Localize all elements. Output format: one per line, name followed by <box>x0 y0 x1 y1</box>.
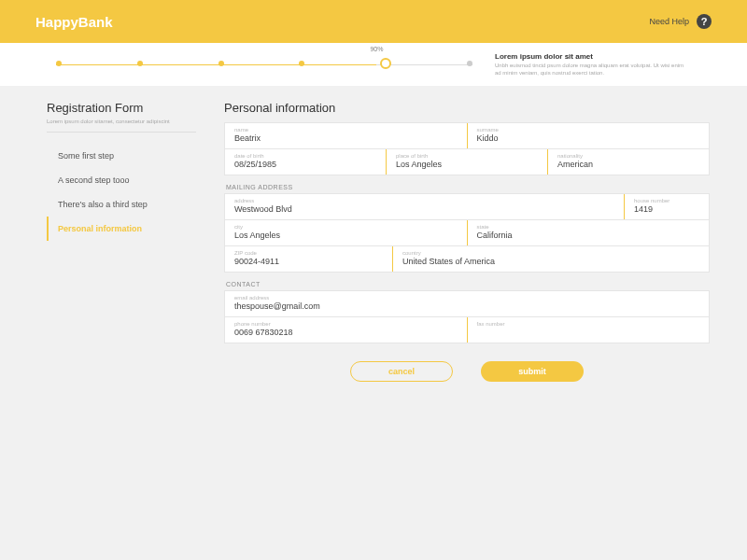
progress-text: Lorem ipsum dolor sit amet Unbh euismod … <box>495 52 691 77</box>
sidebar: Registration Form Lorem ipsum dolor sita… <box>47 101 196 382</box>
sidebar-step-1[interactable]: Some first step <box>47 144 196 168</box>
help-label: Need Help <box>649 17 689 26</box>
name-field[interactable]: name Beatrix <box>225 123 468 148</box>
zip-field[interactable]: ZIP code 90024-4911 <box>225 246 393 272</box>
city-field[interactable]: city Los Angeles <box>225 220 468 245</box>
fax-field[interactable]: fax number <box>468 317 710 343</box>
help-link[interactable]: Need Help ? <box>649 14 712 29</box>
help-icon: ? <box>697 14 712 29</box>
state-field[interactable]: state California <box>468 220 710 245</box>
progress-percent: 90% <box>370 46 383 52</box>
form-content: Personal information name Beatrix surnam… <box>224 101 710 382</box>
cancel-button[interactable]: cancel <box>350 361 453 382</box>
progress-dot <box>56 61 62 66</box>
country-field[interactable]: country United States of America <box>393 246 709 272</box>
progress-dot <box>299 61 304 66</box>
surname-field[interactable]: surname Kiddo <box>468 123 710 148</box>
phone-field[interactable]: phone number 0069 67830218 <box>225 317 468 343</box>
progress-area: 90% Lorem ipsum dolor sit amet Unbh euis… <box>0 43 747 86</box>
header-bar: HappyBank Need Help ? <box>0 0 747 43</box>
progress-dot-current <box>380 58 391 69</box>
content-title: Personal information <box>224 101 710 115</box>
sidebar-step-personal[interactable]: Personal information <box>47 217 196 241</box>
progress-bar: 90% <box>56 55 472 74</box>
sidebar-step-2[interactable]: A second step tooo <box>47 168 196 192</box>
email-field[interactable]: email address thespouse@gmail.com <box>225 291 709 316</box>
address-field[interactable]: address Westwood Blvd <box>225 194 625 219</box>
submit-button[interactable]: submit <box>481 361 584 382</box>
dob-field[interactable]: date of birth 08/25/1985 <box>225 149 387 175</box>
contact-section-label: CONTACT <box>226 281 710 287</box>
pob-field[interactable]: place of birth Los Angeles <box>387 149 548 175</box>
progress-dot <box>218 61 224 66</box>
brand-logo: HappyBank <box>35 14 113 30</box>
progress-dot <box>137 61 143 66</box>
mailing-section-label: MAILING ADDRESS <box>226 184 710 190</box>
sidebar-step-3[interactable]: There's also a third step <box>47 192 196 217</box>
nationality-field[interactable]: nationality American <box>548 149 709 175</box>
sidebar-subtitle: Lorem ipsum dolor sitamet, consectetur a… <box>47 119 196 133</box>
sidebar-title: Registration Form <box>47 101 196 115</box>
progress-dot-inactive <box>467 61 472 66</box>
progress-title: Lorem ipsum dolor sit amet <box>495 52 691 61</box>
house-number-field[interactable]: house number 1419 <box>625 194 709 219</box>
progress-description: Unbh euismod tincid psum dolore magna al… <box>495 63 691 77</box>
